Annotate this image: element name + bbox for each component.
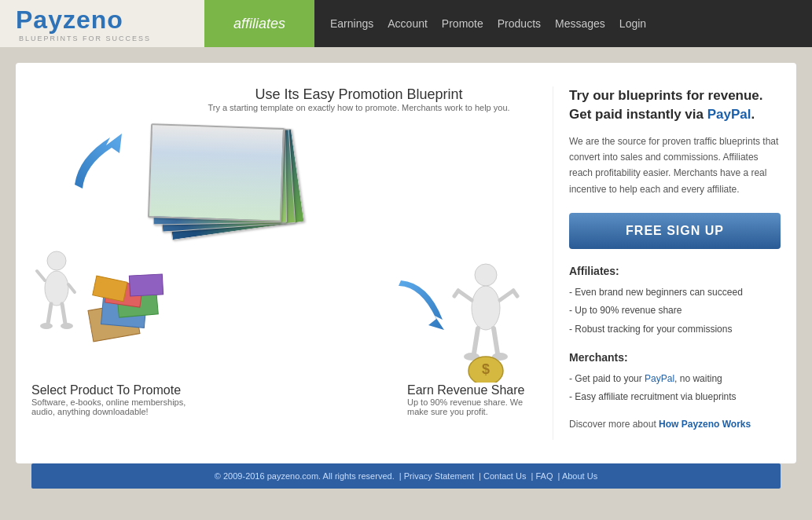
nav-login[interactable]: Login [619, 17, 646, 30]
arrow-up-icon [63, 126, 134, 199]
svg-point-14 [475, 264, 497, 286]
list-item: Easy affiliate recruitment via blueprint… [569, 388, 781, 406]
left-inner: Use Its Easy Promotion Blueprint Try a s… [31, 86, 537, 416]
arrow-down-svg [397, 276, 452, 331]
svg-line-17 [454, 291, 458, 296]
svg-point-0 [47, 251, 66, 270]
svg-point-15 [472, 286, 500, 330]
footer-contact-link[interactable]: Contact Us [483, 471, 526, 481]
blueprint-label: Use Its Easy Promotion Blueprint Try a s… [181, 86, 537, 112]
svg-rect-13 [93, 276, 127, 302]
how-payzeno-works-link[interactable]: How Payzeno Works [659, 419, 751, 430]
merchants-list: Get paid to your PayPal, no waiting Easy… [569, 370, 781, 406]
product-stack-svg [75, 244, 193, 346]
earn-section-label: Earn Revenue Share Up to 90% revenue sha… [407, 383, 537, 416]
svg-point-1 [45, 271, 68, 306]
list-item: Robust tracking for your commissions [569, 320, 781, 339]
logo[interactable]: Payzeno [16, 5, 189, 35]
svg-line-16 [458, 291, 472, 300]
svg-rect-12 [129, 274, 163, 296]
product-stack [75, 244, 193, 346]
affiliates-list: Even brand new beginners can succeed Up … [569, 284, 781, 339]
blueprint-title: Use Its Easy Promotion Blueprint [181, 86, 537, 103]
figure-money: $ [450, 261, 521, 385]
list-item: Even brand new beginners can succeed [569, 284, 781, 302]
figure-thinking [35, 249, 79, 338]
discover-link: Discover more about How Payzeno Works [569, 419, 781, 430]
svg-line-21 [494, 328, 498, 353]
svg-line-19 [513, 291, 517, 296]
logo-area: Payzeno BLUEPRINTS FOR SUCCESS [0, 0, 204, 47]
paypal-link-heading[interactable]: PayPal [707, 107, 751, 122]
affiliates-heading: Affiliates: [569, 265, 781, 277]
svg-text:$: $ [482, 361, 490, 377]
select-section-label: Select Product To Promote Software, e-bo… [31, 383, 204, 416]
logo-tagline: BLUEPRINTS FOR SUCCESS [19, 35, 189, 42]
svg-line-20 [474, 328, 478, 353]
merchants-heading: Merchants: [569, 351, 781, 364]
arrow-up-svg [63, 126, 134, 196]
footer-about-link[interactable]: About Us [562, 471, 597, 481]
svg-line-18 [500, 291, 513, 300]
svg-line-5 [62, 304, 65, 324]
page-wrapper: Use Its Easy Promotion Blueprint Try a s… [0, 47, 812, 520]
footer-faq-link[interactable]: FAQ [535, 471, 553, 481]
arrow-down-icon [397, 276, 452, 334]
paypal-link-merchants[interactable]: PayPal [645, 373, 674, 384]
person-money-svg: $ [450, 261, 521, 383]
nav-account[interactable]: Account [388, 17, 428, 30]
free-signup-button[interactable]: FREE SIGN UP [569, 213, 781, 249]
promo-heading: Try our blueprints for revenue. Get paid… [569, 86, 781, 124]
main-card: Use Its Easy Promotion Blueprint Try a s… [16, 63, 796, 463]
left-section: Use Its Easy Promotion Blueprint Try a s… [31, 86, 537, 440]
footer: © 2009-2016 payzeno.com. All rights rese… [31, 463, 781, 489]
header: Payzeno BLUEPRINTS FOR SUCCESS affiliate… [0, 0, 812, 47]
select-product-subtitle: Software, e-books, online memberships, a… [31, 397, 204, 416]
nav-messages[interactable]: Messages [555, 17, 605, 30]
right-section: Try our blueprints for revenue. Get paid… [553, 86, 781, 440]
promo-body: We are the source for proven traffic blu… [569, 134, 781, 198]
svg-line-2 [37, 271, 45, 280]
nav-products[interactable]: Products [498, 17, 541, 30]
earn-revenue-title: Earn Revenue Share [407, 383, 537, 397]
footer-privacy-link[interactable]: Privacy Statement [404, 471, 474, 481]
svg-line-4 [48, 304, 51, 324]
nav-earnings[interactable]: Earnings [330, 17, 373, 30]
person-figure-svg [35, 249, 79, 335]
svg-line-3 [68, 284, 75, 292]
list-item: Up to 90% revenue share [569, 302, 781, 320]
list-item: Get paid to your PayPal, no waiting [569, 370, 781, 388]
svg-point-6 [40, 323, 53, 329]
screenshots-stack [149, 122, 354, 247]
affiliates-tab[interactable]: affiliates [204, 0, 314, 47]
svg-point-7 [61, 323, 73, 329]
blueprint-subtitle: Try a starting template on exactly how t… [181, 103, 537, 112]
nav-promote[interactable]: Promote [442, 17, 483, 30]
select-product-title: Select Product To Promote [31, 383, 204, 397]
earn-revenue-subtitle: Up to 90% revenue share. We make sure yo… [407, 397, 537, 416]
main-nav: Earnings Account Promote Products Messag… [314, 0, 812, 47]
